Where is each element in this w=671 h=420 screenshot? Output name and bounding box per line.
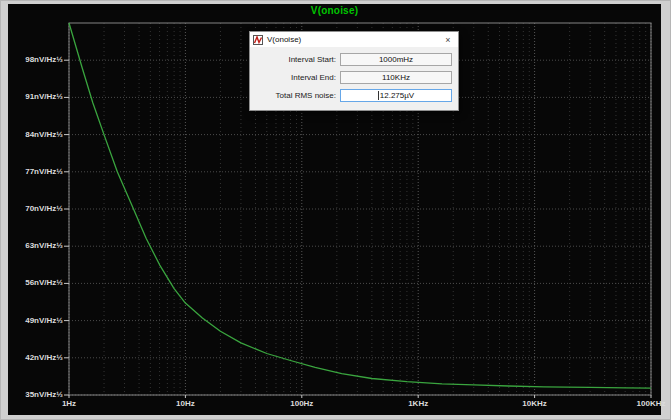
total-rms-noise-row: Total RMS noise: 12.275µV <box>250 89 452 102</box>
y-axis-tick-label: 56nV/Hz½ <box>8 278 63 287</box>
total-rms-noise-label: Total RMS noise: <box>276 91 336 100</box>
waveform-pane: V(onoise) 98nV/Hz½91nV/Hz½84nV/Hz½77nV/H… <box>8 4 661 415</box>
dialog-titlebar[interactable]: V(onoise) × <box>250 32 458 47</box>
y-axis-tick-label: 42nV/Hz½ <box>8 353 63 362</box>
x-axis-tick-label: 10KHz <box>505 399 565 408</box>
dialog-title: V(onoise) <box>267 35 441 44</box>
y-axis-tick-label: 98nV/Hz½ <box>8 55 63 64</box>
total-rms-noise-value: 12.275µV <box>380 91 414 100</box>
x-axis-tick-label: 100Hz <box>272 399 332 408</box>
y-axis-tick-label: 49nV/Hz½ <box>8 316 63 325</box>
interval-end-label: Interval End: <box>291 73 336 82</box>
window-frame: V(onoise) 98nV/Hz½91nV/Hz½84nV/Hz½77nV/H… <box>0 0 671 420</box>
x-axis-tick-label: 1KHz <box>388 399 448 408</box>
total-rms-noise-field[interactable]: 12.275µV <box>340 89 452 102</box>
x-axis-tick-label: 1Hz <box>39 399 99 408</box>
interval-end-row: Interval End: 110KHz <box>250 71 452 84</box>
interval-end-field[interactable]: 110KHz <box>340 71 452 84</box>
close-icon[interactable]: × <box>441 35 455 45</box>
interval-start-row: Interval Start: 1000mHz <box>250 53 452 66</box>
interval-start-field[interactable]: 1000mHz <box>340 53 452 66</box>
y-axis-tick-label: 63nV/Hz½ <box>8 241 63 250</box>
interval-start-label: Interval Start: <box>288 55 336 64</box>
text-cursor <box>378 91 379 100</box>
y-axis-tick-label: 84nV/Hz½ <box>8 130 63 139</box>
noise-integration-dialog: V(onoise) × Interval Start: 1000mHz Inte… <box>249 31 459 111</box>
y-axis-tick-label: 35nV/Hz½ <box>8 390 63 399</box>
ltspice-waveform-icon <box>253 35 263 45</box>
x-axis-tick-label: 10Hz <box>155 399 215 408</box>
y-axis-tick-label: 77nV/Hz½ <box>8 167 63 176</box>
x-axis-tick-label: 100KHz <box>621 399 671 408</box>
y-axis-tick-label: 91nV/Hz½ <box>8 92 63 101</box>
dialog-body: Interval Start: 1000mHz Interval End: 11… <box>250 47 458 110</box>
y-axis-tick-label: 70nV/Hz½ <box>8 204 63 213</box>
